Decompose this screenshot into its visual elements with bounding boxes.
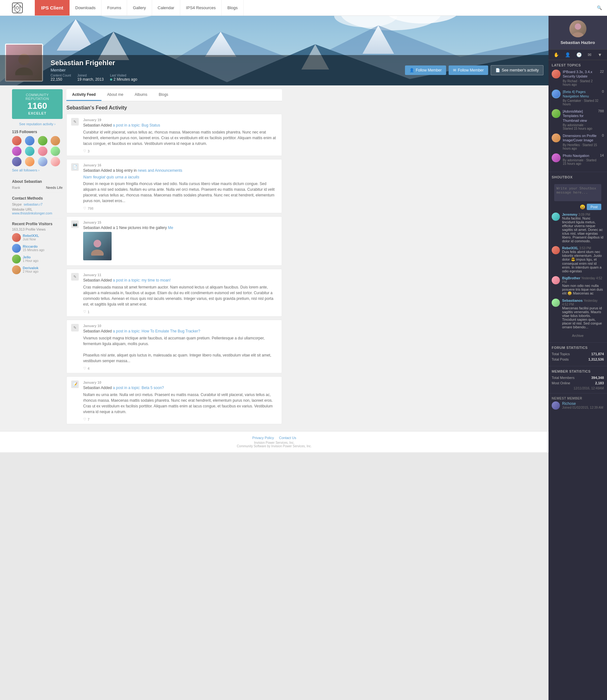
shout-author[interactable]: RebelXXL [562,246,578,250]
follower-avatar[interactable] [25,157,35,166]
shout-item: Jeremmy 3:09 PM Nulla facilisi. Nunc tin… [552,212,604,243]
feed-likes[interactable]: ♡ 798 [83,206,277,210]
feed-link-title[interactable]: Nam feugiat quis urna a iaculis [83,174,277,179]
shout-author[interactable]: BigBrother [562,276,580,280]
shoutbox-label: SHOUTBOX [552,175,604,179]
shoutbox-post-button[interactable]: Post [587,204,601,210]
tab-albums[interactable]: Albums [129,89,153,101]
shout-time: 3:53 PM [579,246,591,250]
nav-link-gallery[interactable]: Gallery [127,0,152,16]
feed-action-link[interactable]: a post in a topic: Beta 5 soon? [113,386,164,390]
shoutbox-section: SHOUTBOX 😀 Post Jeremmy 3:09 PM Nulla fa… [548,172,607,343]
follower-avatar[interactable] [50,136,60,145]
nav-link-forums[interactable]: Forums [102,0,127,16]
visitor-name[interactable]: Derivalok [23,266,63,270]
follower-avatar[interactable] [38,136,47,145]
nav-link-ips4resources[interactable]: IPS4 Resources [180,0,222,16]
total-members-label: Total Members [552,376,574,379]
visitor-name[interactable]: RebelXXL [23,234,63,238]
feed-blog-icon: 📄 [71,163,79,171]
feed-likes[interactable]: ♡ 7 [83,417,277,421]
feed-likes[interactable]: ♡ 4 [83,366,277,370]
feed-date: January 16 [83,163,277,167]
see-activity-button[interactable]: 📄 See member's activity [491,65,543,75]
profile-meta: Content Count 22,150 Joined 19 march, 20… [50,74,137,82]
shoutbox-input[interactable] [554,184,601,201]
last-visited-value: 2 Minutes ago [110,77,137,82]
nav-link-calendar[interactable]: Calendar [152,0,181,16]
tab-activity-feed[interactable]: Activity Feed [66,89,102,101]
follower-avatar[interactable] [50,146,60,156]
mail-icon[interactable]: ✉ [588,52,591,57]
feed-action-link[interactable]: news and Announcements [138,168,183,173]
topic-item: Dimensions on Profile Image/Cover Image … [552,133,604,150]
follow-member-button-1[interactable]: 👤 Follow Member [405,65,446,75]
visitor-name[interactable]: Riccardo [23,245,63,248]
follower-avatar[interactable] [38,157,47,166]
shout-author[interactable]: Jeremmy [562,212,577,217]
profile-cover: Sebastian Frigehler Member Content Count… [0,16,548,85]
follower-avatar[interactable] [12,136,21,145]
svg-point-20 [572,32,584,37]
shout-text: Nam non odio nec nulla posuere tris tiqu… [562,284,604,295]
topic-meta: By Herefiles · Started 15 hours ago [563,143,600,150]
emoji-icon[interactable]: 😀 [580,204,585,209]
follower-avatar[interactable] [12,146,21,156]
follower-avatar[interactable] [38,146,47,156]
see-all-followers-link[interactable]: See all followers › [12,168,63,172]
visitor-item: RebelXXL Just Now [12,233,63,242]
profile-name: Sebastian Frigehler [50,59,137,67]
archive-link[interactable]: Archive [552,332,604,339]
total-topics-value: 171,874 [591,352,604,356]
shout-author[interactable]: Sebastianos [562,298,583,302]
profile-icon[interactable]: ✋ [553,52,559,57]
topic-count: 0 [602,89,604,93]
nav-brand[interactable]: IPS Client [35,0,69,16]
follow-member-button-2[interactable]: ✉ Follow Member [448,65,488,75]
rsb-avatar [569,20,586,37]
member-stats-section: MEMBER STATISTICS Total Members 394,348 … [548,366,607,393]
topic-count: 788 [598,109,604,113]
skype-value[interactable]: sebastian.r7 [24,202,43,206]
visitor-time: Just Now [23,238,63,241]
visitor-name[interactable]: Jello [23,255,63,259]
nav-link-downloads[interactable]: Downloads [69,0,102,16]
topic-title[interactable]: IPBoard 3.3x, 3.4.x Security Update [563,69,598,79]
feed-item: 📝 January 10 Sebastian Added a post in a… [66,376,282,424]
visitors-section: Recent Profile Visitors 163,313 Profile … [12,218,63,274]
feed-likes[interactable]: ♡ 1 [83,310,277,314]
follower-avatar[interactable] [12,157,21,166]
search-icon[interactable]: 🔍 [592,5,607,10]
feed-action-link[interactable]: a post in a topic: my time to moan! [113,278,171,283]
topic-title[interactable]: Dimensions on Profile Image/Cover Image [563,133,600,143]
see-reputation-link[interactable]: See reputation activity › [12,122,63,126]
follower-avatar[interactable] [25,146,35,156]
footer-privacy-link[interactable]: Privacy Policy [252,436,274,440]
topic-title[interactable]: Photo Navigation [563,153,598,158]
topic-title[interactable]: [Beta 4] Pages Navigation Menu [563,89,600,99]
footer-contact-link[interactable]: Contact Us [279,436,296,440]
feed-likes[interactable]: ♡ 3 [83,149,277,153]
feed-action-link[interactable]: Me [168,226,173,230]
follower-avatar[interactable] [50,157,60,166]
topic-title[interactable]: [AdonisMale] Templates for Thumbnail vie… [563,109,596,123]
svg-point-17 [93,240,101,247]
feed-date: January 10 [83,380,277,384]
feed-action-link[interactable]: a post in a topic: Bug Status [113,123,160,127]
tab-about-me[interactable]: About me [102,89,129,101]
feed-gallery-thumb[interactable] [83,232,111,260]
feed-post-icon: 📝 [71,380,79,388]
most-online-value: 2,183 [595,381,604,385]
newest-member-name[interactable]: Richose [562,402,603,406]
website-link[interactable]: www.thisislinkslonger.com [12,211,52,215]
chevron-down-icon[interactable]: ▼ [598,52,602,57]
feed-action-link[interactable]: a post in a topic: How To Emulate The Bu… [113,329,200,333]
profile-role: Member [50,68,137,73]
user-icon[interactable]: 👤 [565,52,570,57]
feed-text: Cras malesuada massa sit amet fermentum … [83,284,277,307]
nav-link-blogs[interactable]: Blogs [222,0,244,16]
clock-icon[interactable]: 🕐 [576,52,582,57]
follower-avatar[interactable] [25,136,35,145]
tab-blogs[interactable]: Blogs [153,89,174,101]
svg-point-1 [16,7,19,9]
